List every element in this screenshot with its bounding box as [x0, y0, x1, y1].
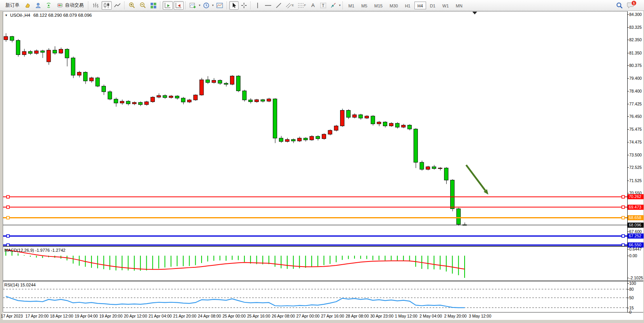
chart-shift-button[interactable]: [174, 1, 184, 10]
rsi-tick: [627, 283, 629, 284]
text-label-button[interactable]: T: [318, 1, 328, 10]
price-tick: [627, 129, 629, 130]
price-tick-label: 78.400: [629, 89, 642, 93]
indicators-dropdown-icon[interactable]: ▾: [199, 4, 200, 7]
date-label: 19 Apr 04:00: [75, 314, 98, 318]
vertical-line-icon: [255, 2, 260, 9]
price-tick: [627, 53, 629, 53]
timeframe-m5[interactable]: M5: [358, 2, 370, 9]
date-label: 3 May 12:00: [469, 314, 491, 318]
date-label: 2 May 04:00: [419, 314, 442, 318]
price-line-label: 67.252: [628, 233, 644, 239]
crosshair-icon: [241, 2, 247, 9]
price-line-label: 69.473: [628, 205, 644, 210]
text-tool-letter: A: [311, 2, 315, 8]
annotation-arrow[interactable]: [466, 165, 488, 195]
clock-icon: [203, 2, 210, 9]
price-tick: [627, 116, 629, 117]
timeframe-w1[interactable]: W1: [439, 2, 452, 9]
price-tick: [627, 193, 629, 193]
price-tick-label: 77.425: [629, 102, 642, 106]
horizontal-line-button[interactable]: [263, 1, 273, 10]
rsi-tick-label: 0: [629, 310, 632, 314]
date-label: 27 Apr 16:00: [321, 314, 344, 318]
toolbar-grip: [160, 2, 161, 9]
periods-button[interactable]: [202, 1, 211, 10]
channel-icon: [286, 2, 292, 9]
profiles-button[interactable]: [33, 1, 43, 10]
profiles-icon: [35, 2, 42, 9]
channel-letter: E: [292, 4, 294, 7]
price-tick: [627, 155, 629, 155]
date-axis-divider: [3, 312, 643, 312]
auto-trading-button[interactable]: 自动交易: [54, 1, 86, 10]
macd-label: MACD(12,26,9) -1.9776 -1.2742: [4, 248, 65, 253]
price-line-label: 68.096: [628, 223, 644, 228]
zoom-out-button[interactable]: [138, 1, 148, 10]
auto-trading-icon: [57, 2, 63, 8]
price-line-label: 70.262: [628, 194, 644, 199]
periods-dropdown-icon[interactable]: ▾: [212, 4, 214, 7]
chart-shift-marker[interactable]: [472, 12, 477, 14]
equidistant-channel-button[interactable]: E: [284, 1, 295, 10]
main-chart-pane[interactable]: [3, 11, 627, 246]
price-tick-label: 79.400: [629, 76, 642, 81]
timeframe-group: M1M5M15M30H1H4D1W1MN: [345, 2, 466, 9]
zoom-in-button[interactable]: [127, 1, 137, 10]
line-chart-button[interactable]: [112, 1, 123, 10]
toolbar: 新订单 自动交易 ▾ ▾ E F A: [0, 0, 644, 11]
price-tick-label: 76.450: [629, 114, 642, 119]
auto-trading-label: 自动交易: [65, 2, 84, 9]
crosshair-button[interactable]: [239, 1, 249, 10]
timeframe-m15[interactable]: M15: [371, 2, 386, 9]
timeframe-mn[interactable]: MN: [453, 2, 465, 9]
macd-pane[interactable]: [3, 247, 627, 281]
timeframe-d1[interactable]: D1: [427, 2, 439, 9]
vertical-line-button[interactable]: [253, 1, 262, 10]
arrows-button[interactable]: [328, 1, 338, 10]
line-chart-icon: [114, 2, 121, 9]
date-label: 19 Apr 20:00: [99, 314, 123, 318]
arrows-dropdown-icon[interactable]: ▾: [339, 4, 340, 7]
price-line-label: 66.550: [628, 242, 644, 248]
tile-windows-button[interactable]: [149, 1, 158, 10]
window-bottom-edge: [0, 320, 644, 323]
text-button[interactable]: A: [308, 1, 318, 10]
zoom-in-icon: [128, 2, 135, 9]
rsi-tick: [627, 298, 629, 298]
bar-chart-button[interactable]: [91, 1, 101, 10]
rsi-pane[interactable]: [3, 282, 627, 312]
templates-button[interactable]: [215, 1, 225, 10]
signals-button[interactable]: [44, 1, 54, 10]
tile-windows-icon: [150, 2, 157, 9]
cursor-icon: [231, 2, 237, 9]
search-button[interactable]: [614, 1, 625, 10]
price-tick: [627, 232, 629, 232]
indicators-button[interactable]: [188, 1, 198, 10]
arrows-icon: [330, 2, 337, 9]
rsi-pane-divider[interactable]: [3, 281, 643, 281]
cursor-button[interactable]: [229, 1, 239, 10]
timeframe-h4[interactable]: H4: [414, 2, 426, 9]
new-chart-icon: [25, 2, 31, 9]
date-label: 2 May 20:00: [444, 314, 467, 318]
new-chart-button[interactable]: [23, 1, 33, 10]
timeframe-m30[interactable]: M30: [386, 2, 401, 9]
templates-icon: [216, 2, 223, 9]
fibonacci-button[interactable]: F: [296, 1, 307, 10]
candlestick-chart-button[interactable]: [102, 1, 112, 10]
new-order-button[interactable]: 新订单: [3, 1, 22, 10]
rsi-tick: [627, 308, 629, 308]
chat-button[interactable]: 1: [625, 1, 641, 10]
macd-tick: [627, 249, 629, 249]
toolbar-grip: [226, 2, 228, 9]
timeframe-m1[interactable]: M1: [345, 2, 357, 9]
trendline-button[interactable]: [274, 1, 283, 10]
date-label: 21 Apr 20:00: [173, 314, 197, 318]
price-tick: [627, 14, 629, 15]
price-tick-label: 73.500: [629, 153, 642, 157]
fibonacci-icon: [298, 2, 304, 9]
price-tick-label: 82.350: [629, 37, 642, 42]
auto-scroll-button[interactable]: [163, 1, 173, 10]
timeframe-h1[interactable]: H1: [402, 2, 414, 9]
